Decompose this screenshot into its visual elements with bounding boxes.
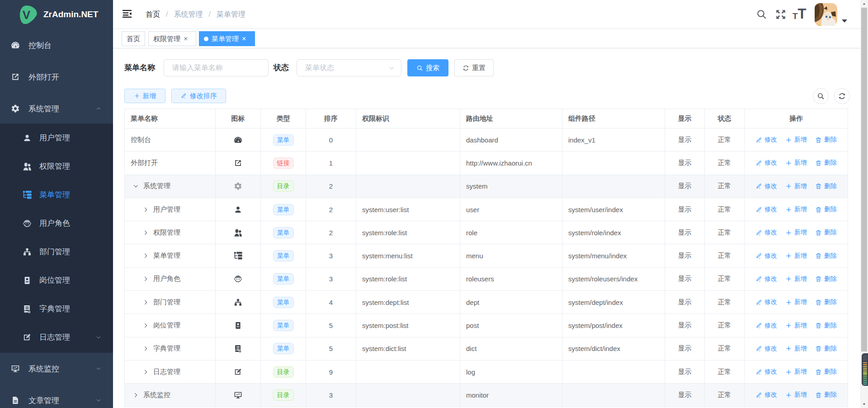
svg-text:V: V — [23, 8, 31, 22]
